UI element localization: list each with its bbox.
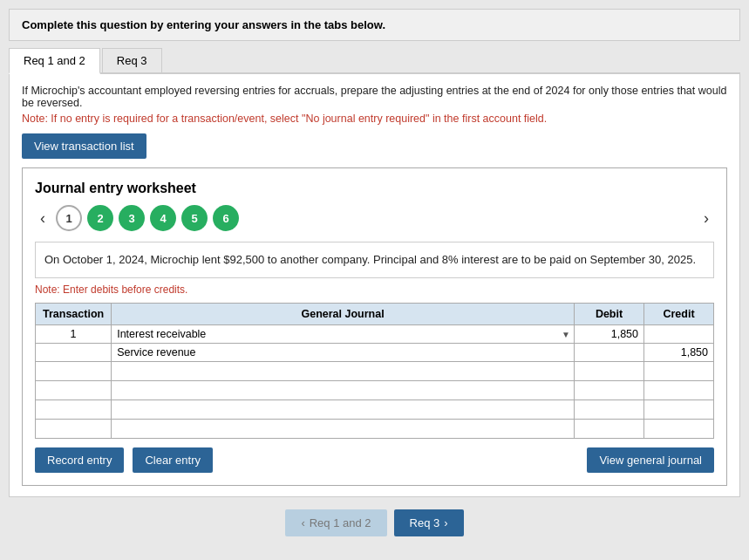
view-transaction-button[interactable]: View transaction list [22, 133, 146, 159]
content-description: If Microchip's accountant employed rever… [22, 85, 727, 109]
step-6-button[interactable]: 6 [213, 205, 239, 231]
bottom-nav: ‹ Req 1 and 2 Req 3 › [9, 509, 740, 536]
col-credit: Credit [644, 303, 714, 324]
row-3-debit[interactable] [575, 361, 644, 380]
bottom-next-button[interactable]: Req 3 › [394, 509, 464, 536]
row-6-account[interactable] [112, 419, 575, 438]
row-2-credit[interactable]: 1,850 [644, 343, 714, 361]
row-5-account[interactable] [112, 400, 575, 419]
dropdown-arrow-icon: ▼ [562, 329, 570, 338]
tab-req-1-2[interactable]: Req 1 and 2 [9, 48, 100, 74]
step-5-button[interactable]: 5 [181, 205, 208, 231]
content-area: If Microchip's accountant employed rever… [9, 74, 740, 497]
row-4-debit[interactable] [575, 380, 644, 400]
instruction-box: Complete this question by entering your … [9, 9, 740, 41]
row-5-credit[interactable] [644, 400, 714, 419]
prev-arrow-icon: ‹ [301, 516, 304, 529]
next-arrow-icon: › [444, 516, 447, 529]
table-row [36, 400, 714, 419]
row-2-account[interactable]: Service revenue [112, 343, 575, 361]
table-row [36, 380, 714, 400]
row-3-account[interactable] [112, 361, 575, 380]
view-general-journal-button[interactable]: View general journal [587, 447, 714, 473]
tab-req-3[interactable]: Req 3 [102, 48, 162, 72]
step-4-button[interactable]: 4 [150, 205, 176, 231]
step-1-button[interactable]: 1 [56, 205, 82, 231]
journal-table: Transaction General Journal Debit Credit… [35, 303, 714, 439]
transaction-description: On October 1, 2024, Microchip lent $92,5… [35, 242, 714, 278]
nav-row: ‹ 1 2 3 4 5 6 › [35, 205, 714, 231]
row-5-debit[interactable] [575, 400, 644, 419]
worksheet-box: Journal entry worksheet ‹ 1 2 3 4 5 [22, 167, 727, 486]
table-row [36, 361, 714, 380]
row-2-transaction [36, 343, 112, 361]
content-note: Note: If no entry is required for a tran… [22, 113, 727, 125]
row-2-debit[interactable] [575, 343, 644, 361]
prev-arrow[interactable]: ‹ [35, 208, 51, 229]
tabs-bar: Req 1 and 2 Req 3 [9, 48, 740, 74]
note-debits: Note: Enter debits before credits. [35, 283, 714, 296]
row-6-credit[interactable] [644, 419, 714, 438]
row-1-transaction: 1 [36, 324, 112, 343]
next-arrow[interactable]: › [698, 208, 714, 229]
step-2-button[interactable]: 2 [87, 205, 113, 231]
row-3-credit[interactable] [644, 361, 714, 380]
worksheet-title: Journal entry worksheet [35, 181, 714, 196]
row-1-credit[interactable] [644, 324, 714, 343]
bottom-prev-button[interactable]: ‹ Req 1 and 2 [285, 509, 386, 536]
action-row: Record entry Clear entry View general jo… [35, 447, 714, 473]
col-debit: Debit [575, 303, 644, 324]
row-4-credit[interactable] [644, 380, 714, 400]
row-4-account[interactable] [112, 380, 575, 400]
table-row: Service revenue 1,850 [36, 343, 714, 361]
table-row [36, 419, 714, 438]
col-general-journal: General Journal [112, 303, 575, 324]
row-6-debit[interactable] [575, 419, 644, 438]
table-row: 1 Interest receivable ▼ 1,850 [36, 324, 714, 343]
main-container: Complete this question by entering your … [9, 9, 740, 536]
record-entry-button[interactable]: Record entry [35, 447, 124, 473]
row-1-account[interactable]: Interest receivable ▼ [112, 324, 575, 343]
col-transaction: Transaction [36, 303, 112, 324]
instruction-text: Complete this question by entering your … [22, 18, 385, 31]
step-3-button[interactable]: 3 [119, 205, 145, 231]
row-1-debit[interactable]: 1,850 [575, 324, 644, 343]
clear-entry-button[interactable]: Clear entry [133, 447, 213, 473]
